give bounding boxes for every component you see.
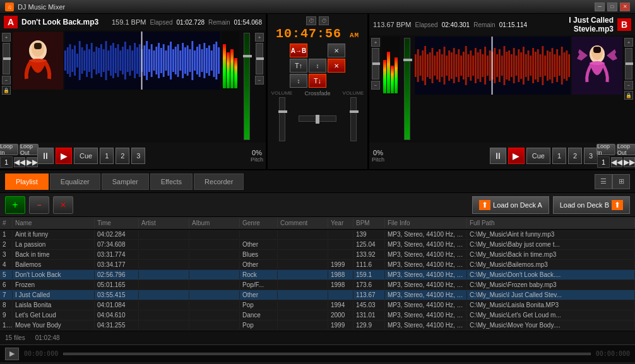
table-row[interactable]: 10 Move Your Body 04:31.255 Pop 1999 129… — [0, 320, 635, 331]
table-row[interactable]: 8 Laisla Bonita 04:01.084 Pop 1994 145.0… — [0, 300, 635, 310]
th-album[interactable]: Album — [189, 218, 240, 228]
table-row[interactable]: 3 Back in time 03:31.774 Blues 133.92 MP… — [0, 250, 635, 260]
svg-rect-48 — [165, 50, 167, 71]
vol-right-slider[interactable] — [350, 97, 357, 141]
td-artist — [139, 240, 189, 249]
deck-a-btn-1[interactable]: 1 — [100, 148, 114, 164]
maximize-button[interactable]: □ — [607, 3, 617, 11]
svg-rect-75 — [420, 56, 422, 76]
tab-sampler[interactable]: Sampler — [102, 173, 149, 190]
deck-b-next-btn[interactable]: ▶▶ — [624, 157, 635, 167]
th-path[interactable]: Full Path — [467, 218, 635, 228]
th-genre[interactable]: Genre — [240, 218, 278, 228]
deck-b-plus-btn[interactable]: + — [371, 38, 380, 47]
view-grid-btn[interactable]: ⊞ — [612, 174, 630, 189]
th-comment[interactable]: Comment — [278, 218, 328, 228]
deck-b-loop-out[interactable]: Loop Out — [617, 144, 635, 155]
th-name[interactable]: Name — [13, 218, 95, 228]
add-file-btn[interactable]: + — [5, 196, 25, 214]
deck-b-btn-3[interactable]: 3 — [584, 148, 598, 164]
crossfade-slider[interactable] — [299, 115, 336, 122]
deck-a-lock-btn[interactable]: 🔒 — [2, 86, 11, 95]
crossfade-t2[interactable]: T↓ — [309, 74, 326, 88]
svg-rect-7 — [67, 47, 69, 74]
deck-b-right-minus-btn[interactable]: − — [624, 81, 633, 90]
td-fileinfo: MP3, Stereo, 44100 Hz, 16 bit — [385, 321, 467, 329]
deck-b-right-slider[interactable] — [625, 48, 632, 79]
deck-b-play-btn[interactable]: ▶ — [508, 148, 525, 164]
deck-b-pitch-slider[interactable] — [372, 48, 379, 79]
close-button[interactable]: ✕ — [620, 3, 630, 11]
tab-equalizer[interactable]: Equalizer — [50, 173, 100, 190]
crossfade-x1[interactable]: ✕ — [328, 44, 345, 57]
bottom-play-btn[interactable]: ▶ — [5, 348, 19, 360]
crossfade-t1[interactable]: T↑ — [290, 59, 307, 73]
tab-effects[interactable]: Effects — [150, 173, 193, 190]
deck-b-volume-slider[interactable] — [401, 37, 413, 141]
deck-b-btn-1[interactable]: 1 — [552, 148, 566, 164]
deck-b-cue-btn[interactable]: Cue — [526, 148, 550, 164]
minimize-button[interactable]: ─ — [595, 3, 605, 11]
deck-b-right-plus-btn[interactable]: + — [624, 38, 633, 47]
svg-rect-56 — [184, 47, 186, 74]
deck-a-loop-out[interactable]: Loop Out — [20, 144, 39, 155]
td-path: C:\My_Music\I Just Called Stev... — [467, 291, 635, 299]
deck-a-right-minus-btn[interactable]: − — [255, 76, 264, 85]
load-deck-a-btn[interactable]: ⬆ Load on Deck A — [472, 196, 549, 214]
deck-a-right-plus-btn[interactable]: + — [255, 33, 264, 42]
deck-a-play-btn[interactable]: ▶ — [56, 148, 72, 164]
deck-a-plus-btn[interactable]: + — [2, 33, 11, 42]
deck-a-loop-in[interactable]: Loop In — [0, 144, 18, 155]
tab-recorder[interactable]: Recorder — [194, 173, 244, 190]
svg-rect-46 — [160, 48, 162, 73]
crossfade-v2[interactable]: ↕ — [290, 74, 307, 88]
remove-file-btn[interactable]: − — [29, 196, 49, 214]
th-year[interactable]: Year — [328, 218, 353, 228]
vol-left-slider[interactable] — [279, 97, 285, 141]
table-row[interactable]: 5 Don't Look Back 02:56.796 Rock 1988 15… — [0, 270, 635, 280]
table-row[interactable]: 6 Frozen 05:01.165 Pop/F... 1998 173.6 M… — [0, 280, 635, 290]
deck-b-prev-btn[interactable]: ◀◀ — [611, 157, 622, 167]
deck-b-pause-btn[interactable]: ⏸ — [490, 148, 506, 164]
deck-b-transport: 0% Pitch ⏸ ▶ Cue 1 2 3 Loop In Loop Out … — [369, 143, 635, 169]
deck-a-next-btn[interactable]: ▶▶ — [27, 157, 38, 167]
load-deck-b-btn[interactable]: Load on Deck B ⬆ — [553, 196, 630, 214]
deck-a-cue-btn[interactable]: Cue — [74, 148, 98, 164]
clock-icon-1[interactable]: ⏱ — [306, 16, 316, 25]
deck-b-minus-btn[interactable]: − — [371, 81, 380, 90]
deck-b-loop-in[interactable]: Loop In — [596, 144, 615, 155]
bottom-progress-bar[interactable] — [63, 353, 591, 355]
deck-a-btn-2[interactable]: 2 — [116, 148, 129, 164]
table-row[interactable]: 9 Let's Get Loud 04:04.610 Dance 2000 13… — [0, 310, 635, 320]
crossfade-v1[interactable]: ↕ — [309, 59, 326, 73]
tab-playlist[interactable]: Playlist — [5, 173, 49, 190]
table-row[interactable]: 1 Aint it funny 04:02.284 139 MP3, Stere… — [0, 230, 635, 240]
deck-a-minus-btn[interactable]: − — [2, 76, 11, 85]
th-artist[interactable]: Artist — [139, 218, 189, 228]
deck-a-prev-btn[interactable]: ◀◀ — [14, 157, 25, 167]
th-bpm[interactable]: BPM — [353, 218, 385, 228]
table-row[interactable]: 7 I Just Called 03:55.415 Other 113.67 M… — [0, 290, 635, 300]
td-fileinfo: MP3, Stereo, 44100 Hz, 16 bit — [385, 271, 467, 279]
td-bpm: 113.67 — [353, 291, 385, 299]
delete-file-btn[interactable]: ✕ — [53, 196, 73, 214]
clock-icon-2[interactable]: ⏱ — [319, 16, 329, 25]
td-year: 1998 — [328, 281, 353, 289]
deck-b-btn-2[interactable]: 2 — [568, 148, 582, 164]
view-toggle-btn[interactable]: ☰ — [595, 174, 612, 189]
deck-a-pitch-slider[interactable] — [3, 43, 10, 74]
th-fileinfo[interactable]: File Info — [385, 218, 467, 228]
svg-rect-84 — [441, 54, 443, 77]
td-comment — [278, 301, 328, 309]
td-bpm: 129.9 — [353, 321, 385, 329]
deck-a-btn-3[interactable]: 3 — [131, 148, 145, 164]
deck-a-volume-slider[interactable] — [240, 32, 253, 141]
table-row[interactable]: 2 La passion 07:34.608 Other 125.04 MP3,… — [0, 240, 635, 250]
ab-arrow-btn[interactable]: A→B — [290, 44, 307, 57]
crossfade-x2[interactable]: ✕ — [328, 59, 345, 73]
th-time[interactable]: Time — [95, 218, 139, 228]
table-row[interactable]: 4 Bailemos 03:34.177 Other 1999 111.6 MP… — [0, 260, 635, 270]
deck-a-right-slider[interactable] — [256, 43, 263, 74]
deck-b-lock-btn[interactable]: 🔒 — [624, 91, 633, 100]
deck-a-pause-btn[interactable]: ⏸ — [37, 148, 54, 164]
